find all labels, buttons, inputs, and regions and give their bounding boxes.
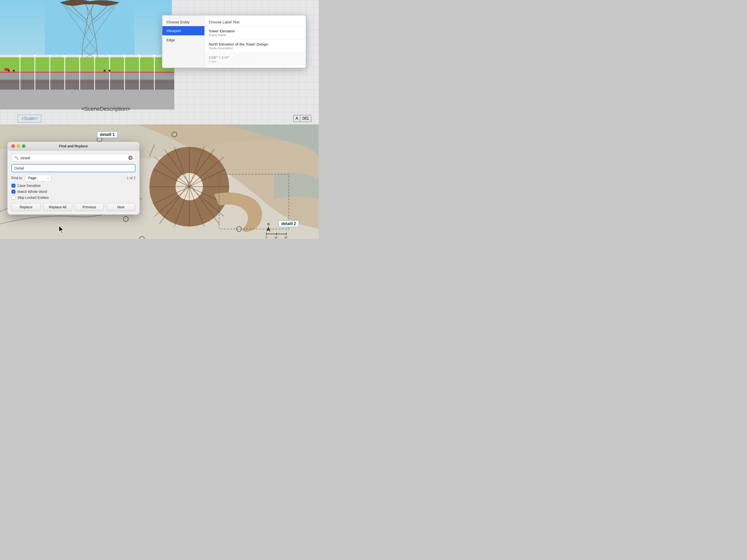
svg-point-35 xyxy=(78,55,81,58)
skip-locked-checkbox[interactable] xyxy=(11,196,16,199)
entity-item-viewport[interactable]: Viewport xyxy=(162,26,204,35)
label-item-2-secondary: Scale xyxy=(209,60,302,63)
dialog-title: Find and Replace xyxy=(59,144,88,148)
dialog-titlebar: Find and Replace xyxy=(7,142,139,151)
viewport-code-number: 001 xyxy=(300,115,311,122)
checkbox-case-sensitive[interactable]: ✓ Case Sensitive xyxy=(11,184,135,188)
svg-point-42 xyxy=(8,70,10,72)
viewport-code: A 001 xyxy=(293,115,311,122)
maximize-button[interactable] xyxy=(22,144,25,148)
checkbox-skip-locked[interactable]: Skip Locked Entities xyxy=(11,196,135,199)
entity-list: Choose Entity Viewport Edge xyxy=(162,16,205,68)
traffic-lights xyxy=(11,144,25,148)
svg-point-39 xyxy=(138,55,141,58)
search-input[interactable]: detaill xyxy=(20,156,126,160)
entity-item-edge[interactable]: Edge xyxy=(162,35,204,45)
next-button[interactable]: Next xyxy=(106,203,135,211)
checkbox-match-whole-word[interactable]: ✓ Match Whole Word xyxy=(11,190,135,194)
label-item-0-secondary: Scene Name xyxy=(209,33,302,37)
result-count: 1 of 2 xyxy=(127,176,135,180)
minimize-button[interactable] xyxy=(17,144,20,148)
detail-label-1: detaill 1 xyxy=(97,131,118,138)
find-replace-dialog: Find and Replace 🔍 detaill ✕ Find in: Pa… xyxy=(7,142,139,215)
svg-point-38 xyxy=(123,55,126,58)
label-item-1-primary: North Elevation of the Tower Design xyxy=(209,42,302,46)
svg-point-37 xyxy=(108,55,111,58)
entity-list-header: Choose Entity xyxy=(162,18,204,26)
label-item-0-primary: Tower Elevation xyxy=(209,29,302,33)
svg-rect-0 xyxy=(45,0,134,55)
svg-text:0: 0 xyxy=(266,236,267,239)
svg-text:16: 16 xyxy=(275,236,277,239)
match-whole-word-label: Match Whole Word xyxy=(18,190,47,194)
svg-point-40 xyxy=(153,55,156,58)
case-sensitive-label: Case Sensitive xyxy=(18,184,41,188)
label-list: Choose Label Text Tower Elevation Scene … xyxy=(205,16,306,68)
label-item-2[interactable]: 1/16" = 1'-0" Scale xyxy=(205,53,306,66)
title-block: <SceneDescription> <Scale> xyxy=(0,101,199,125)
dialog-body: 🔍 detaill ✕ Find in: Page Document Selec… xyxy=(7,151,139,215)
find-in-row: Find in: Page Document Selection 1 of 2 xyxy=(11,175,135,181)
replace-button[interactable]: Replace xyxy=(11,203,41,211)
previous-button[interactable]: Previous xyxy=(75,203,104,211)
close-button[interactable] xyxy=(11,144,15,148)
case-sensitive-checkbox[interactable]: ✓ xyxy=(11,184,16,188)
search-row: 🔍 detaill ✕ xyxy=(11,154,135,162)
label-list-header: Choose Label Text xyxy=(205,18,306,26)
search-icon: 🔍 xyxy=(14,156,19,160)
find-in-label: Find in: xyxy=(11,176,23,180)
svg-text:N: N xyxy=(267,222,270,226)
label-item-1-secondary: Scene Description xyxy=(209,47,302,50)
svg-point-44 xyxy=(104,70,106,72)
choose-entity-popup[interactable]: Choose Entity Viewport Edge Choose Label… xyxy=(162,15,306,68)
viewport-code-letter: A xyxy=(293,115,301,122)
svg-rect-16 xyxy=(0,72,174,80)
svg-point-32 xyxy=(33,55,36,58)
buttons-row: Replace Replace All Previous Next xyxy=(11,203,135,211)
find-in-select[interactable]: Page Document Selection xyxy=(25,175,51,181)
label-item-0[interactable]: Tower Elevation Scene Name xyxy=(205,26,306,39)
svg-point-43 xyxy=(13,70,15,72)
find-in-wrapper[interactable]: Page Document Selection xyxy=(25,175,51,181)
replace-all-button[interactable]: Replace All xyxy=(43,203,72,211)
svg-text:32: 32 xyxy=(284,236,287,239)
svg-point-45 xyxy=(108,70,110,72)
match-whole-word-checkbox[interactable]: ✓ xyxy=(11,190,16,194)
ground-elevation-svg xyxy=(0,50,174,109)
svg-rect-15 xyxy=(0,57,174,72)
svg-rect-17 xyxy=(0,80,174,89)
scale-box: <Scale> xyxy=(18,115,41,123)
svg-point-36 xyxy=(93,55,96,58)
label-item-2-primary: 1/16" = 1'-0" xyxy=(209,55,302,59)
svg-point-34 xyxy=(63,55,66,58)
label-item-1[interactable]: North Elevation of the Tower Design Scen… xyxy=(205,39,306,53)
scene-description-text: <SceneDescription> xyxy=(18,106,194,112)
detail-label-2: detaill 2 xyxy=(278,220,299,227)
svg-point-31 xyxy=(19,55,21,58)
clear-search-button[interactable]: ✕ xyxy=(128,156,133,160)
skip-locked-label: Skip Locked Entities xyxy=(18,196,49,199)
replace-input[interactable] xyxy=(11,164,135,172)
svg-point-33 xyxy=(48,55,51,58)
